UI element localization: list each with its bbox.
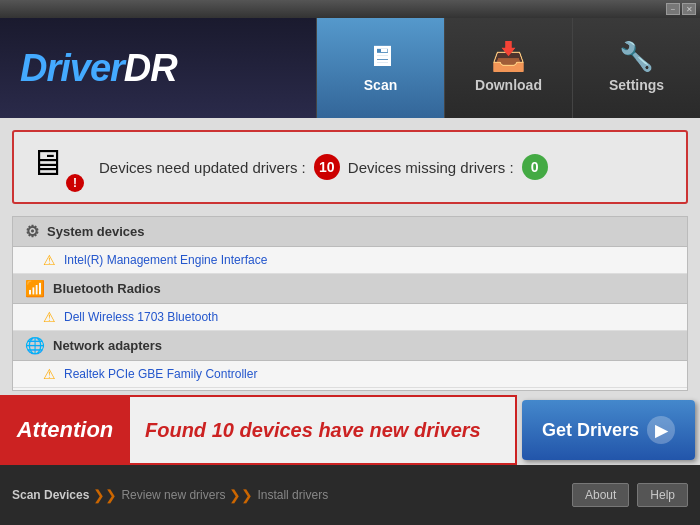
attention-label: Attention	[17, 417, 114, 443]
tab-download-label: Download	[475, 77, 542, 93]
category-bluetooth-label: Bluetooth Radios	[53, 281, 161, 296]
needs-update-count: 10	[314, 154, 340, 180]
footer-nav: Scan Devices ❯❯ Review new drivers ❯❯ In…	[12, 487, 328, 503]
status-icon-container: 🖥 !	[29, 142, 84, 192]
found-text: Found 10 devices have new drivers	[145, 419, 481, 442]
arrow-icon: ▶	[647, 416, 675, 444]
tab-settings-label: Settings	[609, 77, 664, 93]
action-bar: Attention Found 10 devices have new driv…	[0, 395, 700, 465]
get-drivers-button[interactable]: Get Drivers ▶	[522, 400, 695, 460]
missing-label: Devices missing drivers :	[348, 159, 514, 176]
device-name: Dell Wireless 1703 Bluetooth	[64, 310, 218, 324]
list-item[interactable]: ⚠ Intel(R) Management Engine Interface	[13, 247, 687, 274]
close-button[interactable]: ✕	[682, 3, 696, 15]
device-name: Realtek PCIe GBE Family Controller	[64, 367, 257, 381]
footer-nav-scan[interactable]: Scan Devices	[12, 488, 89, 502]
warning-icon: ⚠	[43, 252, 56, 268]
footer-nav-review[interactable]: Review new drivers	[121, 488, 225, 502]
title-bar: − ✕	[0, 0, 700, 18]
help-button[interactable]: Help	[637, 483, 688, 507]
device-list: ⚙ System devices ⚠ Intel(R) Management E…	[13, 217, 687, 391]
alert-badge: !	[66, 174, 84, 192]
download-icon: 📥	[491, 43, 526, 71]
device-list-container[interactable]: ⚙ System devices ⚠ Intel(R) Management E…	[12, 216, 688, 391]
nav-tabs: 🖥 Scan 📥 Download 🔧 Settings	[316, 18, 700, 118]
footer-arrow-2: ❯❯	[229, 487, 253, 503]
found-section: Found 10 devices have new drivers	[130, 395, 517, 465]
app-logo: DriverDR	[0, 32, 197, 105]
category-network: 🌐 Network adapters	[13, 331, 687, 361]
about-button[interactable]: About	[572, 483, 629, 507]
category-system: ⚙ System devices	[13, 217, 687, 247]
category-bluetooth: 📶 Bluetooth Radios	[13, 274, 687, 304]
footer-right: About Help	[572, 483, 688, 507]
status-text: Devices need updated drivers : 10 Device…	[99, 154, 548, 180]
list-item[interactable]: ⚠ Dell Wireless 1703 Bluetooth	[13, 304, 687, 331]
tab-settings[interactable]: 🔧 Settings	[572, 18, 700, 118]
footer: Scan Devices ❯❯ Review new drivers ❯❯ In…	[0, 465, 700, 525]
category-system-label: System devices	[47, 224, 145, 239]
footer-arrow-1: ❯❯	[93, 487, 117, 503]
list-item[interactable]: ⚠ Realtek PCIe GBE Family Controller	[13, 361, 687, 388]
minimize-button[interactable]: −	[666, 3, 680, 15]
tab-download[interactable]: 📥 Download	[444, 18, 572, 118]
device-name: Intel(R) Management Engine Interface	[64, 253, 267, 267]
logo-part1: Driver	[20, 47, 124, 89]
bluetooth-cat-icon: 📶	[25, 279, 45, 298]
warning-icon: ⚠	[43, 309, 56, 325]
get-drivers-label: Get Drivers	[542, 420, 639, 441]
category-network-label: Network adapters	[53, 338, 162, 353]
status-banner: 🖥 ! Devices need updated drivers : 10 De…	[12, 130, 688, 204]
needs-update-label: Devices need updated drivers :	[99, 159, 306, 176]
tab-scan[interactable]: 🖥 Scan	[316, 18, 444, 118]
list-item[interactable]: ⚠ Dell Wireless 1703 802.11b/g/n (2.4GHz…	[13, 388, 687, 391]
system-cat-icon: ⚙	[25, 222, 39, 241]
network-cat-icon: 🌐	[25, 336, 45, 355]
settings-icon: 🔧	[619, 43, 654, 71]
scan-icon: 🖥	[367, 43, 395, 71]
tab-scan-label: Scan	[364, 77, 397, 93]
monitor-icon: 🖥	[29, 142, 65, 184]
footer-nav-install[interactable]: Install drivers	[257, 488, 328, 502]
warning-icon: ⚠	[43, 366, 56, 382]
missing-count: 0	[522, 154, 548, 180]
attention-section: Attention	[0, 395, 130, 465]
logo-part2: DR	[124, 47, 177, 89]
